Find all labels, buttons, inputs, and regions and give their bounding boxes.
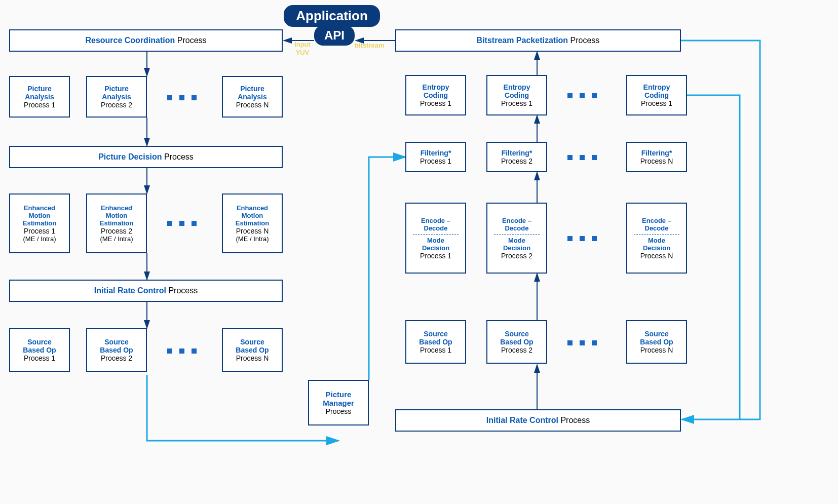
initial-rate-control-left: Initial Rate Control Process	[9, 280, 283, 302]
dots-sbo-right	[567, 340, 597, 345]
sbo-left-n: Source Based Op Process N	[222, 328, 283, 372]
label-bitstream: bitstream	[355, 42, 385, 50]
dots-eme	[167, 221, 197, 226]
encdec-1: Encode – Decode Mode Decision Process 1	[405, 203, 466, 274]
entropy-n: Entropy Coding Process 1	[626, 75, 687, 115]
sbo-left-1: Source Based Op Process 1	[9, 328, 70, 372]
picture-analysis-1: Picture Analysis Process 1	[9, 76, 70, 118]
encdec-n: Encode – Decode Mode Decision Process N	[626, 203, 687, 274]
eme-2: Enhanced Motion Estimation Process 2 (ME…	[86, 193, 147, 253]
dots-filtering	[567, 155, 597, 160]
picture-manager-process: Picture Manager Process	[308, 380, 369, 425]
encdec-2: Encode – Decode Mode Decision Process 2	[486, 203, 547, 274]
bitstream-packetization-process: Bitstream Packetization Process	[395, 29, 681, 52]
dots-encdec	[567, 236, 597, 241]
entropy-2: Entropy Coding Process 1	[486, 75, 547, 115]
label-input-yuv: Input YUV	[290, 41, 315, 56]
picture-analysis-2: Picture Analysis Process 2	[86, 76, 147, 118]
picture-decision-process: Picture Decision Process	[9, 146, 283, 168]
sbo-right-2: Source Based Op Process 2	[486, 320, 547, 364]
eme-n: Enhanced Motion Estimation Process N (ME…	[222, 193, 283, 253]
filtering-n: Filtering* Process N	[626, 142, 687, 172]
picture-analysis-n: Picture Analysis Process N	[222, 76, 283, 118]
resource-coordination-process: Resource Coordination Process	[9, 29, 283, 52]
entropy-1: Entropy Coding Process 1	[405, 75, 466, 115]
dots-pa	[167, 95, 197, 100]
filtering-2: Filtering* Process 2	[486, 142, 547, 172]
filtering-1: Filtering* Process 1	[405, 142, 466, 172]
api-badge: API	[314, 25, 355, 46]
sbo-left-2: Source Based Op Process 2	[86, 328, 147, 372]
initial-rate-control-right: Initial Rate Control Process	[395, 409, 681, 432]
dots-sbo-left	[167, 348, 197, 354]
dots-entropy	[567, 93, 597, 98]
eme-1: Enhanced Motion Estimation Process 1 (ME…	[9, 193, 70, 253]
application-badge: Application	[284, 5, 380, 27]
sbo-right-n: Source Based Op Process N	[626, 320, 687, 364]
sbo-right-1: Source Based Op Process 1	[405, 320, 466, 364]
